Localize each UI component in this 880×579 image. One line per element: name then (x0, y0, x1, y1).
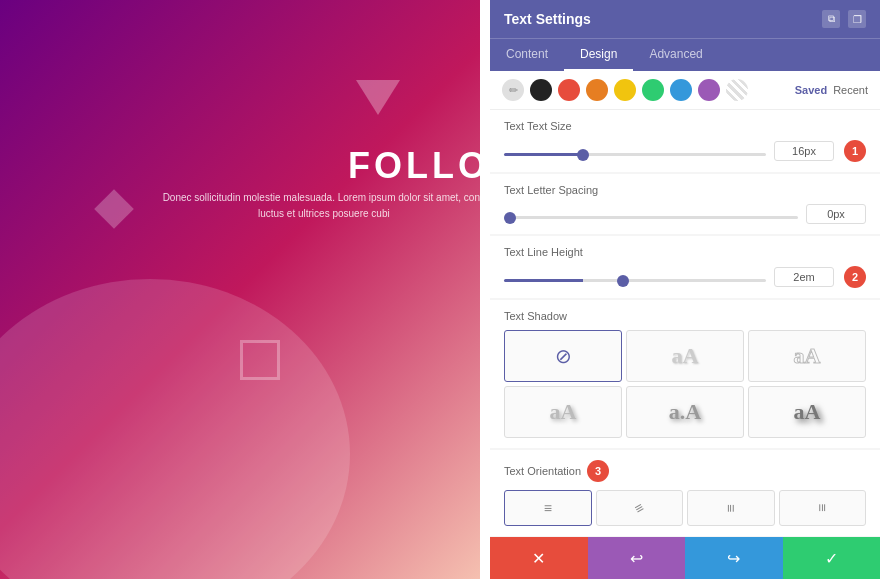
line-height-slider-container (504, 268, 766, 286)
color-black[interactable] (530, 79, 552, 101)
text-orientation-label: Text Orientation (504, 465, 581, 477)
line-height-row: 2em 2 (504, 266, 866, 288)
badge-1: 1 (844, 140, 866, 162)
orientation-grid: ≡ ≡ ≡ ≡ (504, 490, 866, 526)
orientation-diagonal[interactable]: ≡ (596, 490, 684, 526)
confirm-button[interactable]: ✓ (783, 537, 881, 579)
color-purple[interactable] (698, 79, 720, 101)
line-height-section: Text Line Height 2em 2 (490, 236, 880, 298)
text-size-row: 16px 1 (504, 140, 866, 162)
tab-content[interactable]: Content (490, 39, 564, 71)
color-yellow[interactable] (614, 79, 636, 101)
letter-spacing-slider[interactable] (504, 216, 798, 219)
redo-icon: ↪ (727, 549, 740, 568)
confirm-icon: ✓ (825, 549, 838, 568)
shadow-outline[interactable]: aA (748, 330, 866, 382)
shadow-none[interactable]: ⊘ (504, 330, 622, 382)
tab-advanced[interactable]: Advanced (633, 39, 718, 71)
color-green[interactable] (642, 79, 664, 101)
settings-panel: Text Settings ⧉ ❐ Content Design Advance… (490, 0, 880, 579)
letter-spacing-slider-container (504, 205, 798, 223)
shadow-gray[interactable]: a.A (626, 386, 744, 438)
letter-spacing-input[interactable]: 0px (806, 204, 866, 224)
saved-label[interactable]: Saved (795, 84, 827, 96)
color-pencil[interactable]: ✏ (502, 79, 524, 101)
letter-spacing-label: Text Letter Spacing (504, 184, 866, 196)
panel-tabs: Content Design Advanced (490, 38, 880, 71)
shadow-grid: ⊘ aA aA aA a.A aA (504, 330, 866, 438)
letter-spacing-section: Text Letter Spacing 0px (490, 174, 880, 234)
letter-spacing-row: 0px (504, 204, 866, 224)
panel-expand-icon[interactable]: ⧉ (822, 10, 840, 28)
orientation-horizontal[interactable]: ≡ (504, 490, 592, 526)
background-area: FOLLO Donec sollicitudin molestie malesu… (0, 0, 480, 579)
undo-button[interactable]: ↩ (588, 537, 686, 579)
badge-3: 3 (587, 460, 609, 482)
panel-footer: ✕ ↩ ↪ ✓ (490, 537, 880, 579)
bg-diamond (94, 189, 134, 229)
badge-2: 2 (844, 266, 866, 288)
cancel-button[interactable]: ✕ (490, 537, 588, 579)
panel-body: ✏ Saved Recent Text Text Size 16px 1 (490, 71, 880, 537)
color-orange[interactable] (586, 79, 608, 101)
panel-collapse-icon[interactable]: ❐ (848, 10, 866, 28)
orientation-vertical-r[interactable]: ≡ (687, 490, 775, 526)
panel-header-icons: ⧉ ❐ (822, 10, 866, 28)
cancel-icon: ✕ (532, 549, 545, 568)
saved-recent-toggle: Saved Recent (795, 84, 868, 96)
text-shadow-label: Text Shadow (504, 310, 866, 322)
undo-icon: ↩ (630, 549, 643, 568)
text-size-slider-container (504, 142, 766, 160)
redo-button[interactable]: ↪ (685, 537, 783, 579)
recent-label[interactable]: Recent (833, 84, 868, 96)
bg-curve (0, 279, 350, 579)
bg-content: FOLLO Donec sollicitudin molestie malesu… (0, 0, 480, 579)
panel-header: Text Settings ⧉ ❐ (490, 0, 880, 38)
text-size-input[interactable]: 16px (774, 141, 834, 161)
bg-triangle (356, 80, 400, 115)
text-size-slider[interactable] (504, 153, 766, 156)
color-row: ✏ Saved Recent (490, 71, 880, 110)
text-shadow-section: Text Shadow ⊘ aA aA aA a.A aA (490, 300, 880, 448)
color-red[interactable] (558, 79, 580, 101)
shadow-light[interactable]: aA (626, 330, 744, 382)
orientation-vertical-l[interactable]: ≡ (779, 490, 867, 526)
line-height-input[interactable]: 2em (774, 267, 834, 287)
text-size-label: Text Text Size (504, 120, 866, 132)
shadow-heavy[interactable]: aA (748, 386, 866, 438)
text-orientation-section: Text Orientation 3 ≡ ≡ ≡ ≡ (490, 450, 880, 536)
bg-follow-text: FOLLO (348, 145, 480, 187)
bg-body-text: Donec sollicitudin molestie malesuada. L… (163, 190, 480, 222)
tab-design[interactable]: Design (564, 39, 633, 71)
panel-title: Text Settings (504, 11, 591, 27)
shadow-normal[interactable]: aA (504, 386, 622, 438)
color-blue[interactable] (670, 79, 692, 101)
line-height-slider[interactable] (504, 279, 766, 282)
line-height-label: Text Line Height (504, 246, 866, 258)
color-striped[interactable] (726, 79, 748, 101)
text-size-section: Text Text Size 16px 1 (490, 110, 880, 172)
